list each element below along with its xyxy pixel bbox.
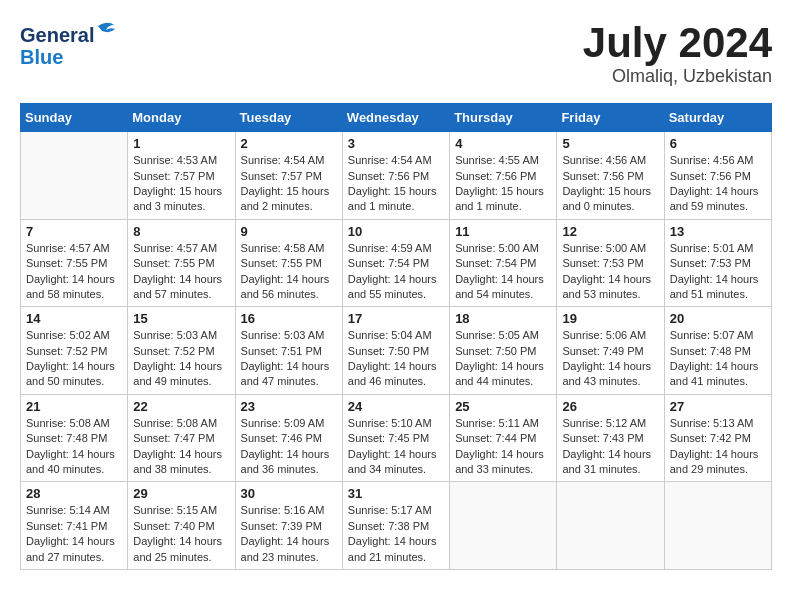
month-title: July 2024 <box>583 20 772 66</box>
day-info: Sunrise: 4:55 AM Sunset: 7:56 PM Dayligh… <box>455 153 551 215</box>
day-info: Sunrise: 5:16 AM Sunset: 7:39 PM Dayligh… <box>241 503 337 565</box>
day-number: 5 <box>562 136 658 151</box>
day-info: Sunrise: 4:54 AM Sunset: 7:57 PM Dayligh… <box>241 153 337 215</box>
day-number: 12 <box>562 224 658 239</box>
day-info: Sunrise: 5:05 AM Sunset: 7:50 PM Dayligh… <box>455 328 551 390</box>
day-number: 18 <box>455 311 551 326</box>
calendar-cell: 9Sunrise: 4:58 AM Sunset: 7:55 PM Daylig… <box>235 219 342 307</box>
calendar-cell: 4Sunrise: 4:55 AM Sunset: 7:56 PM Daylig… <box>450 132 557 220</box>
weekday-header: Thursday <box>450 104 557 132</box>
calendar-cell: 7Sunrise: 4:57 AM Sunset: 7:55 PM Daylig… <box>21 219 128 307</box>
day-number: 11 <box>455 224 551 239</box>
calendar-cell: 11Sunrise: 5:00 AM Sunset: 7:54 PM Dayli… <box>450 219 557 307</box>
calendar-cell <box>557 482 664 570</box>
calendar-cell: 30Sunrise: 5:16 AM Sunset: 7:39 PM Dayli… <box>235 482 342 570</box>
day-number: 9 <box>241 224 337 239</box>
svg-text:General: General <box>20 24 94 46</box>
day-number: 22 <box>133 399 229 414</box>
day-number: 10 <box>348 224 444 239</box>
title-block: July 2024 Olmaliq, Uzbekistan <box>583 20 772 87</box>
weekday-header: Saturday <box>664 104 771 132</box>
day-info: Sunrise: 4:57 AM Sunset: 7:55 PM Dayligh… <box>26 241 122 303</box>
calendar-cell: 5Sunrise: 4:56 AM Sunset: 7:56 PM Daylig… <box>557 132 664 220</box>
day-number: 8 <box>133 224 229 239</box>
day-info: Sunrise: 5:02 AM Sunset: 7:52 PM Dayligh… <box>26 328 122 390</box>
day-info: Sunrise: 5:00 AM Sunset: 7:54 PM Dayligh… <box>455 241 551 303</box>
calendar-week-row: 28Sunrise: 5:14 AM Sunset: 7:41 PM Dayli… <box>21 482 772 570</box>
day-number: 2 <box>241 136 337 151</box>
day-info: Sunrise: 5:04 AM Sunset: 7:50 PM Dayligh… <box>348 328 444 390</box>
svg-text:Blue: Blue <box>20 46 63 68</box>
day-info: Sunrise: 4:53 AM Sunset: 7:57 PM Dayligh… <box>133 153 229 215</box>
day-number: 17 <box>348 311 444 326</box>
day-number: 24 <box>348 399 444 414</box>
calendar-cell: 21Sunrise: 5:08 AM Sunset: 7:48 PM Dayli… <box>21 394 128 482</box>
day-number: 7 <box>26 224 122 239</box>
day-info: Sunrise: 5:08 AM Sunset: 7:47 PM Dayligh… <box>133 416 229 478</box>
day-number: 3 <box>348 136 444 151</box>
weekday-header: Monday <box>128 104 235 132</box>
weekday-header: Tuesday <box>235 104 342 132</box>
day-number: 1 <box>133 136 229 151</box>
day-info: Sunrise: 4:59 AM Sunset: 7:54 PM Dayligh… <box>348 241 444 303</box>
weekday-header: Sunday <box>21 104 128 132</box>
day-info: Sunrise: 5:03 AM Sunset: 7:52 PM Dayligh… <box>133 328 229 390</box>
day-info: Sunrise: 5:11 AM Sunset: 7:44 PM Dayligh… <box>455 416 551 478</box>
calendar-cell <box>21 132 128 220</box>
day-info: Sunrise: 5:03 AM Sunset: 7:51 PM Dayligh… <box>241 328 337 390</box>
day-info: Sunrise: 5:07 AM Sunset: 7:48 PM Dayligh… <box>670 328 766 390</box>
calendar-cell: 20Sunrise: 5:07 AM Sunset: 7:48 PM Dayli… <box>664 307 771 395</box>
calendar-cell: 18Sunrise: 5:05 AM Sunset: 7:50 PM Dayli… <box>450 307 557 395</box>
calendar-cell: 16Sunrise: 5:03 AM Sunset: 7:51 PM Dayli… <box>235 307 342 395</box>
weekday-header: Wednesday <box>342 104 449 132</box>
day-number: 30 <box>241 486 337 501</box>
day-info: Sunrise: 5:14 AM Sunset: 7:41 PM Dayligh… <box>26 503 122 565</box>
calendar-cell: 17Sunrise: 5:04 AM Sunset: 7:50 PM Dayli… <box>342 307 449 395</box>
day-info: Sunrise: 4:57 AM Sunset: 7:55 PM Dayligh… <box>133 241 229 303</box>
day-number: 21 <box>26 399 122 414</box>
day-info: Sunrise: 5:10 AM Sunset: 7:45 PM Dayligh… <box>348 416 444 478</box>
day-info: Sunrise: 5:06 AM Sunset: 7:49 PM Dayligh… <box>562 328 658 390</box>
day-info: Sunrise: 4:58 AM Sunset: 7:55 PM Dayligh… <box>241 241 337 303</box>
calendar-cell: 3Sunrise: 4:54 AM Sunset: 7:56 PM Daylig… <box>342 132 449 220</box>
page-header: GeneralBlue July 2024 Olmaliq, Uzbekista… <box>20 20 772 87</box>
calendar-cell: 29Sunrise: 5:15 AM Sunset: 7:40 PM Dayli… <box>128 482 235 570</box>
day-info: Sunrise: 4:54 AM Sunset: 7:56 PM Dayligh… <box>348 153 444 215</box>
calendar-cell: 23Sunrise: 5:09 AM Sunset: 7:46 PM Dayli… <box>235 394 342 482</box>
day-info: Sunrise: 5:12 AM Sunset: 7:43 PM Dayligh… <box>562 416 658 478</box>
day-info: Sunrise: 5:08 AM Sunset: 7:48 PM Dayligh… <box>26 416 122 478</box>
calendar-cell: 22Sunrise: 5:08 AM Sunset: 7:47 PM Dayli… <box>128 394 235 482</box>
calendar-cell <box>664 482 771 570</box>
day-info: Sunrise: 5:01 AM Sunset: 7:53 PM Dayligh… <box>670 241 766 303</box>
calendar-cell: 26Sunrise: 5:12 AM Sunset: 7:43 PM Dayli… <box>557 394 664 482</box>
day-number: 28 <box>26 486 122 501</box>
calendar-cell: 25Sunrise: 5:11 AM Sunset: 7:44 PM Dayli… <box>450 394 557 482</box>
logo: GeneralBlue <box>20 20 140 70</box>
calendar-cell: 2Sunrise: 4:54 AM Sunset: 7:57 PM Daylig… <box>235 132 342 220</box>
day-number: 16 <box>241 311 337 326</box>
day-number: 25 <box>455 399 551 414</box>
day-number: 13 <box>670 224 766 239</box>
calendar-cell <box>450 482 557 570</box>
day-info: Sunrise: 5:13 AM Sunset: 7:42 PM Dayligh… <box>670 416 766 478</box>
calendar-week-row: 21Sunrise: 5:08 AM Sunset: 7:48 PM Dayli… <box>21 394 772 482</box>
day-number: 19 <box>562 311 658 326</box>
day-number: 6 <box>670 136 766 151</box>
calendar-cell: 28Sunrise: 5:14 AM Sunset: 7:41 PM Dayli… <box>21 482 128 570</box>
calendar-cell: 24Sunrise: 5:10 AM Sunset: 7:45 PM Dayli… <box>342 394 449 482</box>
logo-svg: GeneralBlue <box>20 20 140 70</box>
calendar-cell: 8Sunrise: 4:57 AM Sunset: 7:55 PM Daylig… <box>128 219 235 307</box>
day-info: Sunrise: 5:17 AM Sunset: 7:38 PM Dayligh… <box>348 503 444 565</box>
calendar-week-row: 7Sunrise: 4:57 AM Sunset: 7:55 PM Daylig… <box>21 219 772 307</box>
calendar-cell: 6Sunrise: 4:56 AM Sunset: 7:56 PM Daylig… <box>664 132 771 220</box>
calendar-cell: 10Sunrise: 4:59 AM Sunset: 7:54 PM Dayli… <box>342 219 449 307</box>
day-info: Sunrise: 5:09 AM Sunset: 7:46 PM Dayligh… <box>241 416 337 478</box>
day-number: 4 <box>455 136 551 151</box>
calendar-cell: 19Sunrise: 5:06 AM Sunset: 7:49 PM Dayli… <box>557 307 664 395</box>
day-number: 26 <box>562 399 658 414</box>
weekday-header: Friday <box>557 104 664 132</box>
calendar-cell: 1Sunrise: 4:53 AM Sunset: 7:57 PM Daylig… <box>128 132 235 220</box>
day-number: 15 <box>133 311 229 326</box>
calendar-week-row: 14Sunrise: 5:02 AM Sunset: 7:52 PM Dayli… <box>21 307 772 395</box>
calendar-week-row: 1Sunrise: 4:53 AM Sunset: 7:57 PM Daylig… <box>21 132 772 220</box>
